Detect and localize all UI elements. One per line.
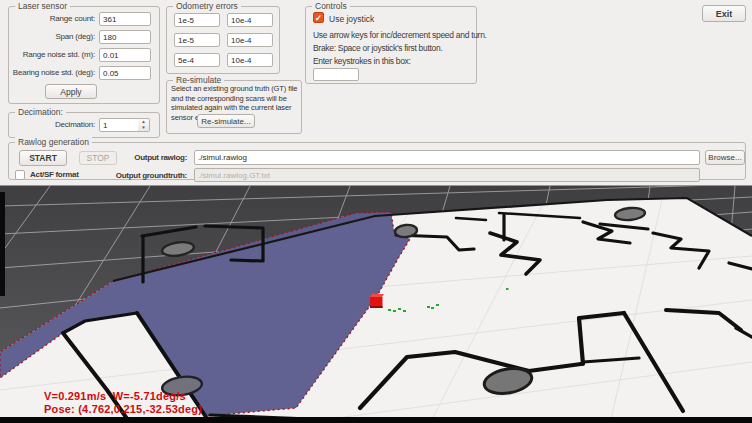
rawlog-generation-group: Rawlog generation START STOP Output rawl… bbox=[8, 142, 746, 180]
bearing-noise-label: Bearing noise std. (deg): bbox=[11, 66, 95, 80]
decimation-label: Decimation: bbox=[11, 118, 95, 132]
odometry-error-input-2[interactable] bbox=[227, 13, 273, 27]
odometry-errors-title: Odometry errors bbox=[173, 1, 241, 11]
decimation-group-title: Decimation: bbox=[15, 107, 66, 117]
controls-title: Controls bbox=[312, 1, 350, 11]
exit-button[interactable]: Exit bbox=[702, 5, 746, 22]
odometry-error-input-6[interactable] bbox=[227, 53, 273, 67]
decimation-input[interactable] bbox=[99, 118, 139, 132]
range-noise-label: Range noise std. (m): bbox=[11, 48, 95, 62]
use-joystick-checkbox[interactable]: ✓ bbox=[313, 12, 324, 23]
odometry-errors-group: Odometry errors bbox=[166, 6, 280, 74]
actsf-format-checkbox[interactable] bbox=[15, 170, 25, 180]
bearing-noise-input[interactable] bbox=[99, 66, 151, 80]
apply-button[interactable]: Apply bbox=[45, 84, 97, 99]
output-rawlog-label: Output rawlog: bbox=[109, 151, 187, 165]
control-panel: Laser sensor Range count: Span (deg): Ra… bbox=[0, 0, 752, 186]
simulation-viewport[interactable]: V=0.291m/s W=-5.71deg/s Pose: (4.762,0.2… bbox=[0, 186, 752, 423]
decimation-spinner[interactable]: ▲▼ bbox=[138, 118, 150, 132]
simulator-window: Laser sensor Range count: Span (deg): Ra… bbox=[0, 0, 752, 423]
laser-sensor-group: Laser sensor Range count: Span (deg): Ra… bbox=[8, 6, 160, 104]
odometry-error-input-3[interactable] bbox=[174, 33, 220, 47]
span-deg-label: Span (deg): bbox=[11, 30, 95, 44]
controls-hint-keystrokes: Enter keystrokes in this box: bbox=[313, 56, 411, 66]
odometry-error-input-4[interactable] bbox=[227, 33, 273, 47]
output-groundtruth-input bbox=[194, 168, 700, 182]
rawlog-generation-title: Rawlog generation bbox=[15, 137, 92, 147]
actsf-format-label: Act/SF format bbox=[30, 170, 79, 179]
use-joystick-label: Use joystick bbox=[329, 14, 374, 24]
robot-marker bbox=[370, 294, 384, 308]
controls-hint-brake: Brake: Space or joystick's first button. bbox=[313, 43, 442, 53]
hud-velocity-readout: V=0.291m/s W=-5.71deg/s bbox=[44, 390, 186, 402]
bottom-clip-edge bbox=[0, 417, 752, 423]
controls-group: Controls ✓ Use joystick Use arrow keys f… bbox=[305, 6, 477, 84]
decimation-group: Decimation: Decimation: ▲▼ bbox=[8, 112, 160, 138]
left-clip-edge bbox=[0, 192, 5, 296]
range-noise-input[interactable] bbox=[99, 48, 151, 62]
gridmap-3d-scene bbox=[0, 186, 752, 423]
laser-sensor-title: Laser sensor bbox=[15, 1, 70, 11]
range-count-input[interactable] bbox=[99, 12, 151, 26]
range-count-label: Range count: bbox=[11, 12, 95, 26]
resimulate-button[interactable]: Re-simulate... bbox=[197, 114, 255, 128]
keystroke-input[interactable] bbox=[313, 68, 359, 81]
start-button[interactable]: START bbox=[19, 150, 67, 166]
browse-button[interactable]: Browse... bbox=[705, 150, 745, 165]
odometry-error-input-5[interactable] bbox=[174, 53, 220, 67]
resimulate-group: Re-simulate Select an existing ground tr… bbox=[166, 80, 302, 134]
output-rawlog-input[interactable] bbox=[194, 150, 700, 165]
span-deg-input[interactable] bbox=[99, 30, 151, 44]
hud-pose-readout: Pose: (4.762,0.215,-32.53deg) bbox=[44, 403, 202, 415]
controls-hint-arrows: Use arrow keys for inc/decrement speed a… bbox=[313, 30, 487, 40]
odometry-error-input-1[interactable] bbox=[174, 13, 220, 27]
output-groundtruth-label: Output groundtruth: bbox=[109, 169, 187, 183]
